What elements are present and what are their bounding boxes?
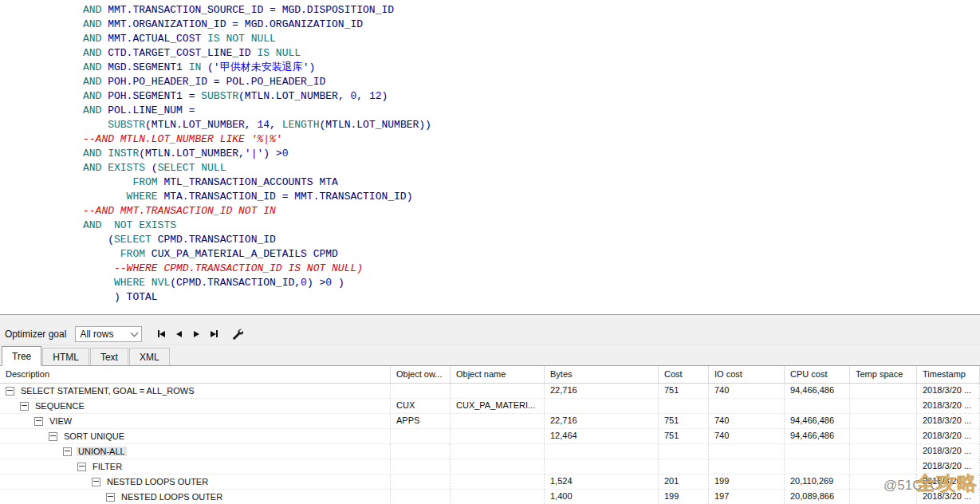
nav-next-button[interactable]: [188, 326, 205, 342]
cell-temp_space: [850, 429, 917, 443]
cell-timestamp: 2018/3/20 ...: [917, 399, 980, 413]
tree-expand-icon[interactable]: [63, 447, 72, 456]
cell-cost: 201: [659, 474, 709, 489]
cell-cost: [659, 444, 709, 459]
cell-io_cost: 740: [709, 414, 785, 428]
code-line: (SELECT CPMD.TRANSACTION_ID: [83, 233, 980, 247]
code-line: SUBSTR(MTLN.LOT_NUMBER, 14, LENGTH(MTLN.…: [83, 118, 980, 132]
cell-description: NESTED LOOPS OUTER: [0, 474, 391, 489]
tab-tree[interactable]: Tree: [2, 346, 41, 366]
plan-row[interactable]: VIEWAPPS22,71675174094,466,4862018/3/20 …: [0, 414, 980, 429]
code-line: --AND MMT.TRANSACTION_ID NOT IN: [83, 204, 980, 219]
cell-temp_space: [850, 384, 917, 398]
wrench-icon: [231, 328, 243, 340]
cell-timestamp: 2018/3/20 ...: [917, 444, 980, 459]
column-header-timestamp[interactable]: Timestamp: [917, 366, 980, 383]
cell-bytes: 1,400: [545, 490, 659, 504]
tree-expand-icon[interactable]: [77, 463, 86, 471]
plan-row[interactable]: SORT UNIQUE12,46475174094,466,4862018/3/…: [0, 429, 980, 444]
plan-row[interactable]: UNION-ALL2018/3/20 ...: [0, 444, 980, 459]
cell-io_cost: 740: [709, 429, 785, 443]
tab-html[interactable]: HTML: [42, 348, 89, 365]
tree-expand-icon[interactable]: [20, 402, 29, 411]
tree-expand-icon[interactable]: [49, 432, 57, 441]
plan-node-label: VIEW: [48, 416, 73, 426]
cell-description: VIEW: [0, 414, 391, 428]
cell-timestamp: 2018/3/20 ...: [917, 429, 980, 443]
cell-temp_space: [850, 459, 917, 474]
grid-body: SELECT STATEMENT, GOAL = ALL_ROWS22,7167…: [0, 384, 980, 504]
code-line: --AND MTLN.LOT_NUMBER LIKE '%|%': [83, 132, 980, 147]
code-line: AND INSTR(MTLN.LOT_NUMBER,'|') >0: [83, 147, 980, 161]
plan-row[interactable]: FILTER2018/3/20 ...: [0, 459, 980, 474]
nav-first-button[interactable]: [153, 326, 170, 342]
watermark-badge: 全攻略: [915, 470, 978, 496]
settings-button[interactable]: [228, 326, 246, 342]
tree-expand-icon[interactable]: [34, 417, 43, 426]
code-line: AND MMT.ORGANIZATION_ID = MGD.ORGANIZATI…: [83, 18, 980, 32]
cell-object_owner: APPS: [391, 414, 451, 428]
column-header-io_cost[interactable]: IO cost: [709, 366, 785, 383]
plan-row[interactable]: SEQUENCECUXCUX_PA_MATERI...2018/3/20 ...: [0, 399, 980, 414]
code-line: AND POL.LINE_NUM =: [83, 104, 980, 118]
nav-last-button[interactable]: [206, 326, 222, 342]
tree-expand-icon[interactable]: [6, 387, 14, 396]
cell-bytes: 1,524: [545, 474, 659, 489]
cell-description: SEQUENCE: [0, 399, 391, 413]
column-header-description[interactable]: Description: [0, 366, 391, 383]
cell-object_owner: [391, 490, 451, 504]
column-header-cpu_cost[interactable]: CPU cost: [785, 366, 850, 383]
sql-editor[interactable]: AND MMT.TRANSACTION_SOURCE_ID = MGD.DISP…: [0, 0, 980, 314]
cell-object_owner: [391, 429, 451, 443]
tree-expand-icon[interactable]: [106, 493, 115, 502]
tab-text[interactable]: Text: [90, 348, 128, 365]
cell-cpu_cost: 94,466,486: [785, 384, 850, 398]
plan-node-label: SORT UNIQUE: [62, 431, 126, 441]
code-line: AND NOT EXISTS: [83, 219, 980, 233]
cell-object_name: [451, 474, 545, 489]
app-window: AND MMT.TRANSACTION_SOURCE_ID = MGD.DISP…: [0, 0, 980, 504]
column-header-cost[interactable]: Cost: [659, 366, 709, 383]
code-line: --WHERE CPMD.TRANSACTION_ID IS NOT NULL): [83, 262, 980, 276]
nav-prev-button[interactable]: [171, 326, 187, 342]
plan-row[interactable]: NESTED LOOPS OUTER1,40019919720,089,8662…: [0, 490, 980, 504]
code-line: WHERE MTA.TRANSACTION_ID = MMT.TRANSACTI…: [83, 190, 980, 204]
column-header-bytes[interactable]: Bytes: [545, 366, 659, 383]
cell-cpu_cost: [785, 444, 850, 459]
cell-object_name: [451, 414, 545, 428]
code-line: AND POH.SEGMENT1 = SUBSTR(MTLN.LOT_NUMBE…: [83, 89, 980, 104]
horizontal-splitter[interactable]: [0, 314, 980, 323]
plan-row[interactable]: NESTED LOOPS OUTER1,52420119920,110,2692…: [0, 474, 980, 490]
nav-last-icon: [211, 331, 216, 337]
cell-temp_space: [850, 444, 917, 459]
code-line: AND MMT.ACTUAL_COST IS NOT NULL: [83, 32, 980, 46]
cell-description: FILTER: [0, 459, 391, 474]
explain-plan-panel: Optimizer goal All rows: [0, 314, 980, 504]
code-line: AND POH.PO_HEADER_ID = POL.PO_HEADER_ID: [83, 75, 980, 89]
cell-bytes: 22,716: [545, 414, 659, 428]
cell-description: SORT UNIQUE: [0, 429, 391, 443]
tab-xml[interactable]: XML: [129, 348, 170, 365]
cell-cost: 751: [659, 414, 709, 428]
optimizer-goal-select[interactable]: All rows: [75, 326, 142, 342]
column-header-temp_space[interactable]: Temp space: [850, 366, 917, 383]
plan-node-label: NESTED LOOPS OUTER: [105, 477, 210, 486]
plan-row[interactable]: SELECT STATEMENT, GOAL = ALL_ROWS22,7167…: [0, 384, 980, 399]
cell-temp_space: [850, 399, 917, 413]
cell-io_cost: [709, 444, 785, 459]
cell-object_name: [451, 459, 545, 474]
plan-node-label: SELECT STATEMENT, GOAL = ALL_ROWS: [19, 386, 196, 396]
cell-description: SELECT STATEMENT, GOAL = ALL_ROWS: [0, 384, 391, 398]
plan-toolbar: Optimizer goal All rows: [0, 323, 980, 345]
column-header-object_owner[interactable]: Object ow...: [391, 366, 451, 383]
cell-io_cost: 197: [709, 490, 785, 504]
chevron-down-icon: [131, 329, 139, 337]
tree-expand-icon[interactable]: [92, 478, 100, 486]
cell-timestamp: 2018/3/20 ...: [917, 414, 980, 428]
cell-cpu_cost: [785, 459, 850, 474]
column-header-object_name[interactable]: Object name: [451, 366, 545, 383]
code-line: AND EXISTS (SELECT NULL: [83, 161, 980, 175]
code-line: AND MGD.SEGMENT1 IN ('甲供材未安装退库'): [83, 61, 980, 75]
code-line: ) TOTAL: [83, 290, 980, 305]
nav-prev-icon: [176, 331, 182, 337]
